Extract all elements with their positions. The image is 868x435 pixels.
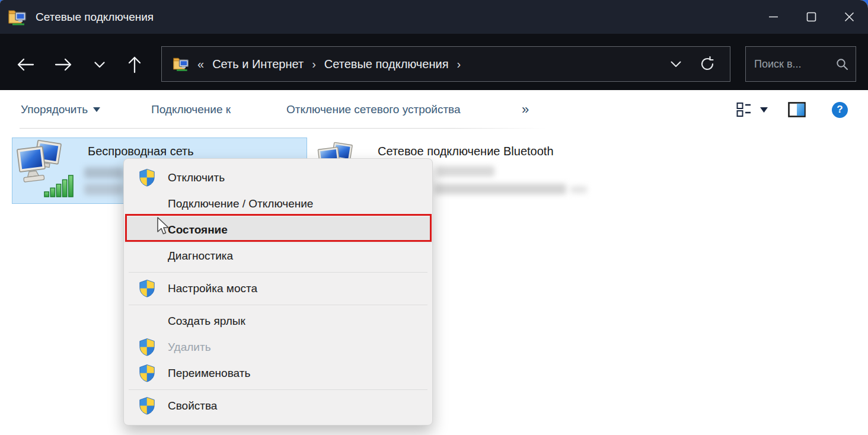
caret-down-icon (93, 107, 100, 112)
search-box[interactable]: Поиск в... (745, 46, 856, 82)
refresh-button[interactable] (690, 56, 725, 72)
menu-item-label: Создать ярлык (168, 315, 245, 328)
menu-separator (129, 272, 427, 273)
icon-spacer (138, 247, 156, 266)
address-bar[interactable]: « Сеть и Интернет › Сетевые подключения … (161, 46, 730, 82)
menu-item-label: Состояние (168, 223, 228, 236)
connection-title-wireless[interactable]: Беспроводная сеть (88, 145, 194, 158)
menu-item-label: Диагностика (168, 250, 233, 263)
location-icon (173, 56, 190, 72)
menu-item-status[interactable]: Состояние (124, 217, 432, 243)
disable-network-device-button[interactable]: Отключение сетевого устройства (286, 90, 461, 129)
preview-pane-button[interactable] (788, 102, 806, 117)
wireless-network-icon (15, 140, 75, 199)
chevron-down-icon (94, 62, 105, 68)
menu-separator (129, 389, 427, 390)
menu-item-label: Отключить (168, 171, 225, 184)
uac-shield-icon (138, 279, 156, 298)
question-icon: ? (837, 104, 843, 116)
overflow-chevron-icon: » (522, 102, 529, 117)
refresh-icon (700, 56, 715, 72)
network-connections-window: Сетевые подключения (0, 0, 868, 435)
uac-shield-icon (138, 364, 156, 383)
app-icon (8, 8, 28, 27)
breadcrumb-network-and-internet[interactable]: Сеть и Интернет (212, 57, 304, 71)
icon-spacer (138, 312, 156, 331)
chevron-down-icon (671, 61, 681, 68)
window-controls (754, 0, 868, 34)
menu-item-label: Свойства (168, 399, 217, 412)
window-title: Сетевые подключения (36, 11, 154, 24)
breadcrumb-prefix: « (197, 57, 204, 71)
connections-list: Беспроводная сеть Сетевое подключение Bl… (0, 129, 868, 435)
context-menu: Отключить Подключение / Отключение Состо… (123, 158, 433, 426)
uac-shield-icon (138, 168, 156, 187)
menu-item-label: Переименовать (168, 367, 250, 380)
uac-shield-icon (138, 338, 156, 357)
command-toolbar: Упорядочить Подключение к Отключение сет… (0, 90, 868, 129)
toolbar-separator (20, 128, 546, 129)
blurred-status-text (436, 166, 494, 177)
arrow-up-icon (127, 56, 142, 73)
back-icon (17, 57, 34, 72)
menu-item-diagnose[interactable]: Диагностика (124, 243, 432, 269)
connect-to-label: Подключение к (151, 103, 231, 116)
menu-item-label: Настройка моста (168, 282, 257, 295)
close-icon (844, 12, 854, 22)
menu-item-bridge-connections[interactable]: Настройка моста (124, 276, 432, 302)
address-dropdown-button[interactable] (662, 61, 690, 68)
blurred-network-name (84, 167, 123, 178)
help-button[interactable]: ? (832, 102, 848, 118)
blurred-ellipsis (570, 186, 587, 193)
toolbar-right-group: ? (736, 90, 868, 129)
icon-spacer (138, 220, 156, 239)
organize-button[interactable]: Упорядочить (21, 90, 100, 129)
maximize-icon (806, 12, 816, 22)
minimize-button[interactable] (754, 0, 792, 34)
menu-item-label: Удалить (168, 341, 211, 354)
minimize-icon (768, 12, 778, 22)
recent-locations-button[interactable] (88, 51, 111, 78)
search-placeholder: Поиск в... (754, 58, 835, 71)
blurred-adapter-name (84, 184, 123, 195)
disable-network-device-label: Отключение сетевого устройства (286, 103, 461, 116)
menu-item-rename[interactable]: Переименовать (124, 360, 432, 386)
menu-separator (129, 305, 427, 305)
menu-item-disable[interactable]: Отключить (124, 165, 432, 191)
menu-item-create-shortcut[interactable]: Создать ярлык (124, 308, 432, 334)
icon-spacer (138, 194, 156, 213)
connect-to-button[interactable]: Подключение к (151, 90, 231, 129)
menu-item-properties[interactable]: Свойства (124, 393, 432, 419)
breadcrumb-network-connections[interactable]: Сетевые подключения (324, 57, 449, 71)
close-button[interactable] (830, 0, 868, 34)
menu-item-delete: Удалить (124, 334, 432, 360)
back-button[interactable] (12, 51, 39, 78)
view-caret-down-icon[interactable] (760, 107, 768, 113)
menu-item-label: Подключение / Отключение (168, 197, 313, 210)
toolbar-overflow-button[interactable]: » (522, 90, 529, 129)
change-view-button[interactable] (736, 102, 752, 117)
connection-title-bluetooth[interactable]: Сетевое подключение Bluetooth (378, 145, 554, 158)
organize-label: Упорядочить (21, 103, 88, 116)
uac-shield-icon (138, 396, 156, 415)
search-icon[interactable] (835, 57, 848, 71)
maximize-button[interactable] (792, 0, 830, 34)
blurred-adapter-text (435, 184, 566, 194)
title-bar: Сетевые подключения (0, 0, 868, 34)
menu-item-connect-disconnect[interactable]: Подключение / Отключение (124, 191, 432, 217)
forward-button[interactable] (50, 51, 77, 78)
breadcrumb-chevron-icon[interactable]: › (457, 57, 461, 71)
navigation-bar: « Сеть и Интернет › Сетевые подключения … (0, 34, 868, 90)
forward-icon (55, 57, 72, 72)
breadcrumb-chevron-icon[interactable]: › (312, 57, 316, 71)
up-button[interactable] (121, 51, 148, 78)
